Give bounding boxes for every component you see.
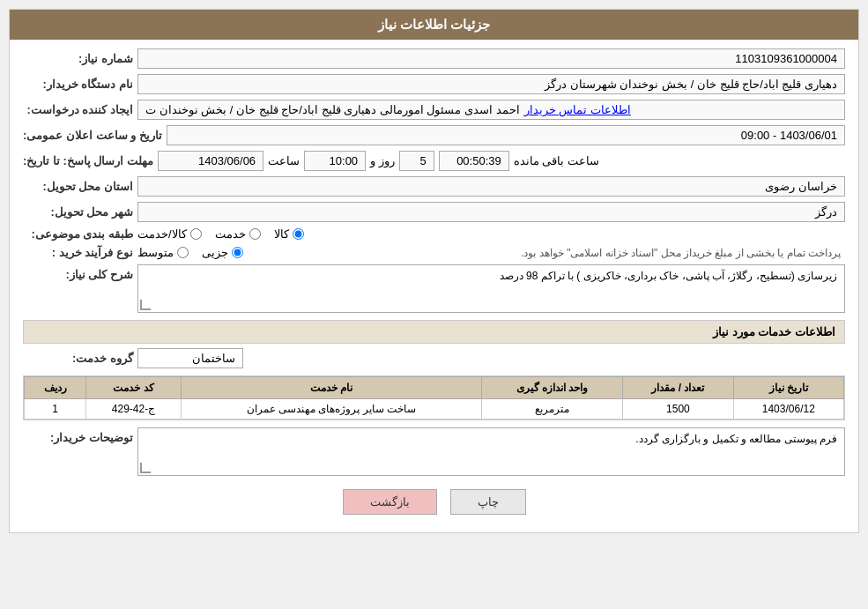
creator-value: احمد اسدی مسئول امورمالی دهیاری قلیج ابا… — [145, 103, 520, 116]
services-table: تاریخ نیاز تعداد / مقدار واحد اندازه گیر… — [23, 375, 845, 420]
city-label: شهر محل تحویل: — [23, 205, 137, 219]
creator-contact-link[interactable]: اطلاعات تماس خریدار — [524, 103, 631, 116]
province-value: خراسان رضوی — [137, 176, 845, 197]
announce-datetime-value: 1403/06/01 - 09:00 — [167, 125, 845, 145]
remaining-label: ساعت باقی مانده — [514, 154, 599, 167]
purchase-type-motavaset-label: متوسط — [137, 246, 174, 259]
purchase-type-label: نوع فرآیند خرید : — [23, 246, 137, 259]
cell-code: ج-42-429 — [86, 399, 182, 420]
col-unit: واحد اندازه گیری — [481, 377, 623, 399]
purchase-type-note: پرداخت تمام یا بخشی از مبلغ خریداز محل "… — [296, 247, 845, 259]
response-deadline-label: مهلت ارسال پاسخ: تا تاریخ: — [23, 154, 158, 167]
buyer-org-label: نام دستگاه خریدار: — [23, 78, 137, 91]
buyer-desc-value: فرم پیوستی مطالعه و تکمیل و بارگزاری گرد… — [137, 427, 845, 476]
need-number-label: شماره نیاز: — [23, 52, 137, 65]
print-button[interactable]: چاپ — [450, 489, 526, 515]
need-number-value: 1103109361000004 — [137, 48, 845, 69]
response-time: 10:00 — [304, 151, 366, 171]
buyer-desc-label: توضیحات خریدار: — [23, 427, 137, 444]
response-days: 5 — [399, 151, 434, 171]
buyer-org-value: دهیاری قلیج اباد/حاج قلیج خان / بخش نوخن… — [137, 74, 845, 94]
category-khadamat-radio[interactable] — [249, 228, 261, 240]
purchase-type-jozvi-radio[interactable] — [232, 247, 243, 258]
cell-qty: 1500 — [623, 399, 733, 420]
col-row: ردیف — [25, 377, 86, 399]
category-kala-label: کالا — [274, 227, 289, 241]
category-label: طبقه بندی موضوعی: — [23, 227, 137, 241]
city-value: درگز — [137, 202, 845, 222]
service-group-label: گروه خدمت: — [23, 352, 137, 365]
category-kala-radio[interactable] — [293, 228, 304, 240]
services-header: اطلاعات خدمات مورد نیاز — [23, 320, 845, 344]
cell-date: 1403/06/12 — [733, 399, 843, 420]
response-time-label: ساعت — [268, 154, 300, 167]
service-group-value: ساختمان — [137, 348, 243, 368]
col-qty: تعداد / مقدار — [623, 377, 733, 399]
col-name: نام خدمت — [182, 377, 482, 399]
table-row: 1403/06/12 1500 مترمربع ساخت سایر پروژه‌… — [25, 399, 844, 420]
purchase-type-jozvi-label: جزیی — [202, 246, 228, 259]
purchase-type-motavaset-radio[interactable] — [177, 247, 189, 258]
col-code: کد خدمت — [86, 377, 182, 399]
response-days-label: روز و — [370, 154, 395, 167]
page-title: جزئیات اطلاعات نیاز — [10, 10, 858, 40]
category-khadamat-label: خدمت — [215, 227, 246, 241]
remaining-time: 00:50:39 — [439, 151, 509, 171]
need-description-value: زیرسازی (تسطیح، رگلاژ، آب پاشی، خاک بردا… — [137, 264, 845, 313]
cell-name: ساخت سایر پروژه‌های مهندسی عمران — [182, 399, 482, 420]
category-kala-khadamat-label: کالا/خدمت — [137, 227, 187, 241]
province-label: استان محل تحویل: — [23, 180, 137, 193]
col-date: تاریخ نیاز — [733, 377, 843, 399]
cell-row: 1 — [25, 399, 86, 420]
back-button[interactable]: بازگشت — [343, 489, 437, 515]
category-kala-khadamat-radio[interactable] — [190, 228, 202, 240]
need-description-label: شرح کلی نیاز: — [23, 264, 137, 281]
cell-unit: مترمربع — [481, 399, 623, 420]
response-date: 1403/06/06 — [158, 151, 263, 171]
creator-label: ایجاد کننده درخواست: — [23, 103, 137, 116]
announce-datetime-label: تاریخ و ساعت اعلان عمومی: — [23, 129, 167, 142]
